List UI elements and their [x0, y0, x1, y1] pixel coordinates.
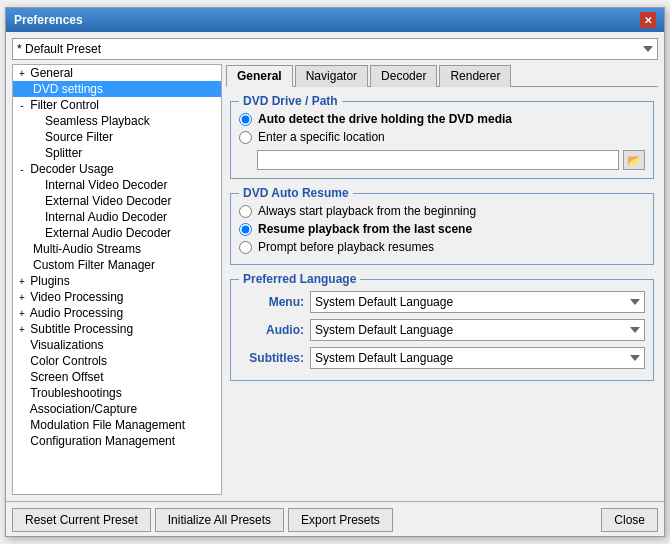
sidebar-label-splitter: Splitter: [17, 146, 82, 160]
content-area: * Default Preset + General DVD settings …: [6, 32, 664, 501]
dvd-auto-resume-group: DVD Auto Resume Always start playback fr…: [230, 193, 654, 265]
subtitles-lang-label: Subtitles:: [239, 351, 304, 365]
radio-resume-last[interactable]: [239, 223, 252, 236]
main-body: + General DVD settings - Filter Control …: [12, 64, 658, 495]
sidebar-item-splitter[interactable]: Splitter: [13, 145, 221, 161]
panel-content: DVD Drive / Path Auto detect the drive h…: [226, 91, 658, 495]
preferred-language-group: Preferred Language Menu: System Default …: [230, 279, 654, 381]
radio-auto-detect[interactable]: [239, 113, 252, 126]
radio-prompt-before[interactable]: [239, 241, 252, 254]
initialize-presets-button[interactable]: Initialize All Presets: [155, 508, 284, 532]
tab-renderer[interactable]: Renderer: [439, 65, 511, 87]
sidebar-item-external-video-decoder[interactable]: External Video Decoder: [13, 193, 221, 209]
browse-icon: 📂: [627, 154, 641, 167]
sidebar-item-custom-filter-manager[interactable]: Custom Filter Manager: [13, 257, 221, 273]
expand-icon-troubleshootings: [17, 388, 27, 399]
sidebar-label-seamless-playback: Seamless Playback: [17, 114, 150, 128]
bottom-btns-left: Reset Current Preset Initialize All Pres…: [12, 508, 393, 532]
expand-icon-color-controls: [17, 356, 27, 367]
right-panel: General Navigator Decoder Renderer DVD D…: [226, 64, 658, 495]
audio-lang-label: Audio:: [239, 323, 304, 337]
sidebar-item-modulation-file[interactable]: Modulation File Management: [13, 417, 221, 433]
sidebar-item-decoder-usage[interactable]: - Decoder Usage: [13, 161, 221, 177]
sidebar-label-audio-processing: Audio Processing: [30, 306, 123, 320]
sidebar-label-subtitle-processing: Subtitle Processing: [30, 322, 133, 336]
window-title: Preferences: [14, 13, 83, 27]
expand-icon-configuration-management: [17, 436, 27, 447]
sidebar-item-configuration-management[interactable]: Configuration Management: [13, 433, 221, 449]
menu-lang-select[interactable]: System Default Language: [310, 291, 645, 313]
sidebar-item-audio-processing[interactable]: + Audio Processing: [13, 305, 221, 321]
expand-icon-visualizations: [17, 340, 27, 351]
sidebar-item-subtitle-processing[interactable]: + Subtitle Processing: [13, 321, 221, 337]
sidebar-item-screen-offset[interactable]: Screen Offset: [13, 369, 221, 385]
radio-resume-last-label: Resume playback from the last scene: [258, 222, 472, 236]
reset-preset-button[interactable]: Reset Current Preset: [12, 508, 151, 532]
sidebar-item-internal-video-decoder[interactable]: Internal Video Decoder: [13, 177, 221, 193]
sidebar-item-association-capture[interactable]: Association/Capture: [13, 401, 221, 417]
close-button[interactable]: Close: [601, 508, 658, 532]
sidebar-label-screen-offset: Screen Offset: [30, 370, 103, 384]
sidebar-item-dvd-settings[interactable]: DVD settings: [13, 81, 221, 97]
path-input-row: 📂: [239, 150, 645, 170]
radio-auto-detect-label: Auto detect the drive holding the DVD me…: [258, 112, 512, 126]
export-presets-button[interactable]: Export Presets: [288, 508, 393, 532]
sidebar-label-color-controls: Color Controls: [30, 354, 107, 368]
sidebar-item-color-controls[interactable]: Color Controls: [13, 353, 221, 369]
audio-lang-row: Audio: System Default Language: [239, 316, 645, 344]
dvd-drive-title: DVD Drive / Path: [239, 94, 342, 108]
expand-icon-plugins: +: [17, 276, 27, 287]
dvd-auto-resume-title: DVD Auto Resume: [239, 186, 353, 200]
sidebar-label-source-filter: Source Filter: [17, 130, 113, 144]
preset-dropdown[interactable]: * Default Preset: [12, 38, 658, 60]
radio-specific-location[interactable]: [239, 131, 252, 144]
radio-always-start-row: Always start playback from the beginning: [239, 202, 645, 220]
expand-icon-general: +: [17, 68, 27, 79]
sidebar-label-external-audio-decoder: External Audio Decoder: [17, 226, 171, 240]
window-close-button[interactable]: ✕: [640, 12, 656, 28]
sidebar-item-filter-control[interactable]: - Filter Control: [13, 97, 221, 113]
subtitles-lang-row: Subtitles: System Default Language: [239, 344, 645, 372]
sidebar-item-source-filter[interactable]: Source Filter: [13, 129, 221, 145]
expand-icon-filter-control: -: [17, 100, 27, 111]
sidebar-item-external-audio-decoder[interactable]: External Audio Decoder: [13, 225, 221, 241]
radio-always-start[interactable]: [239, 205, 252, 218]
radio-auto-detect-row: Auto detect the drive holding the DVD me…: [239, 110, 645, 128]
sidebar-item-general[interactable]: + General: [13, 65, 221, 81]
audio-lang-select[interactable]: System Default Language: [310, 319, 645, 341]
subtitles-lang-select[interactable]: System Default Language: [310, 347, 645, 369]
sidebar-label-external-video-decoder: External Video Decoder: [17, 194, 172, 208]
sidebar-item-video-processing[interactable]: + Video Processing: [13, 289, 221, 305]
expand-icon-video-processing: +: [17, 292, 27, 303]
sidebar-label-general: General: [30, 66, 73, 80]
radio-specific-location-row: Enter a specific location: [239, 128, 645, 146]
expand-icon-audio-processing: +: [17, 308, 27, 319]
sidebar-label-video-processing: Video Processing: [30, 290, 123, 304]
sidebar-item-plugins[interactable]: + Plugins: [13, 273, 221, 289]
preferences-window: Preferences ✕ * Default Preset + General…: [5, 7, 665, 537]
radio-prompt-before-row: Prompt before playback resumes: [239, 238, 645, 256]
sidebar-label-association-capture: Association/Capture: [30, 402, 137, 416]
sidebar-label-visualizations: Visualizations: [30, 338, 103, 352]
title-bar: Preferences ✕: [6, 8, 664, 32]
expand-icon-subtitle-processing: +: [17, 324, 27, 335]
path-input[interactable]: [257, 150, 619, 170]
browse-button[interactable]: 📂: [623, 150, 645, 170]
tab-general[interactable]: General: [226, 65, 293, 87]
tab-navigator[interactable]: Navigator: [295, 65, 368, 87]
tab-decoder[interactable]: Decoder: [370, 65, 437, 87]
radio-prompt-before-label: Prompt before playback resumes: [258, 240, 434, 254]
sidebar-label-dvd-settings: DVD settings: [17, 82, 103, 96]
sidebar-item-seamless-playback[interactable]: Seamless Playback: [13, 113, 221, 129]
sidebar-label-troubleshootings: Troubleshootings: [30, 386, 122, 400]
expand-icon-modulation-file: [17, 420, 27, 431]
sidebar-item-multi-audio-streams[interactable]: Multi-Audio Streams: [13, 241, 221, 257]
sidebar-item-troubleshootings[interactable]: Troubleshootings: [13, 385, 221, 401]
radio-resume-last-row: Resume playback from the last scene: [239, 220, 645, 238]
sidebar-label-multi-audio-streams: Multi-Audio Streams: [17, 242, 141, 256]
menu-lang-label: Menu:: [239, 295, 304, 309]
sidebar-item-internal-audio-decoder[interactable]: Internal Audio Decoder: [13, 209, 221, 225]
sidebar-label-configuration-management: Configuration Management: [30, 434, 175, 448]
sidebar-label-filter-control: Filter Control: [30, 98, 99, 112]
sidebar-item-visualizations[interactable]: Visualizations: [13, 337, 221, 353]
